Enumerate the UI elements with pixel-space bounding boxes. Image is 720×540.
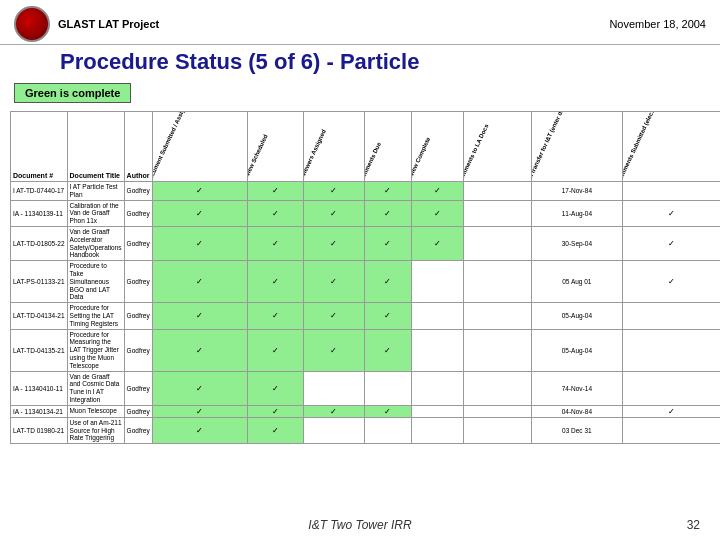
col-r7: Comments Submitted (elec. only)	[623, 112, 720, 182]
cell-check-4: ✓	[411, 200, 464, 226]
cell-date1: 74-Nov-14	[531, 371, 623, 405]
page-title: Procedure Status (5 of 6) - Particle	[60, 49, 419, 74]
col-author: Author	[124, 112, 152, 182]
cell-check-3: ✓	[364, 329, 411, 371]
cell-doc-title: I AT Particle Test Plan	[67, 182, 124, 201]
col-doc-title: Document Title	[67, 112, 124, 182]
cell-check-2: ✓	[303, 226, 364, 260]
cell-check-2: ✓	[303, 405, 364, 417]
cell-check-6: ✓	[623, 200, 720, 226]
cell-check-4: ✓	[411, 226, 464, 260]
cell-check-5	[464, 405, 531, 417]
col-r3: Reviewers Assigned	[303, 112, 364, 182]
cell-check-4	[411, 405, 464, 417]
header: GLAST LAT Project November 18, 2004	[0, 0, 720, 45]
cell-doc-title: Van de Graaff and Cosmic Data Tune in I …	[67, 371, 124, 405]
cell-check-6	[623, 182, 720, 201]
cell-check-3	[364, 417, 411, 443]
cell-doc-num: IA - 11340410-11	[11, 371, 68, 405]
cell-check-2: ✓	[303, 261, 364, 303]
table-body: I AT-TD-07440-17I AT Particle Test PlanG…	[11, 182, 721, 444]
cell-check-0: ✓	[152, 371, 247, 405]
logo-icon	[14, 6, 50, 42]
cell-author: Godfrey	[124, 261, 152, 303]
cell-check-2	[303, 417, 364, 443]
cell-doc-title: Use of an Am-211 Source for High Rate Tr…	[67, 417, 124, 443]
date-label: November 18, 2004	[609, 18, 706, 30]
table-row: LAT-TD-01805-22Van de Graaff Accelerator…	[11, 226, 721, 260]
cell-doc-title: Muon Telescope	[67, 405, 124, 417]
legend-box: Green is complete	[14, 83, 131, 103]
cell-check-1: ✓	[247, 200, 303, 226]
cell-author: Godfrey	[124, 182, 152, 201]
procedure-table: Document # Document Title Author Documen…	[10, 111, 720, 444]
cell-check-6	[623, 417, 720, 443]
cell-date1: 17-Nov-84	[531, 182, 623, 201]
cell-check-3: ✓	[364, 303, 411, 329]
cell-check-5	[464, 261, 531, 303]
cell-check-0: ✓	[152, 329, 247, 371]
cell-check-5	[464, 182, 531, 201]
cell-doc-title: Calibration of the Van de Graaff Phon 11…	[67, 200, 124, 226]
cell-author: Godfrey	[124, 329, 152, 371]
cell-check-4	[411, 371, 464, 405]
cell-check-6: ✓	[623, 226, 720, 260]
cell-check-2: ✓	[303, 182, 364, 201]
cell-date1: 03 Dec 31	[531, 417, 623, 443]
col-r4: Comments Due	[364, 112, 411, 182]
cell-check-6	[623, 303, 720, 329]
footer-page-number: 32	[687, 518, 700, 532]
cell-date1: 11-Aug-04	[531, 200, 623, 226]
cell-check-2: ✓	[303, 303, 364, 329]
cell-doc-num: LAT-TD-04135-21	[11, 329, 68, 371]
cell-check-5	[464, 329, 531, 371]
cell-doc-title: Procedure for Setting the LAT Timing Reg…	[67, 303, 124, 329]
cell-check-6: ✓	[623, 405, 720, 417]
cell-check-6	[623, 371, 720, 405]
table-row: I AT-TD-07440-17I AT Particle Test PlanG…	[11, 182, 721, 201]
table-row: IA - 11340139-11Calibration of the Van d…	[11, 200, 721, 226]
cell-check-3: ✓	[364, 261, 411, 303]
cell-author: Godfrey	[124, 226, 152, 260]
legend-area: Green is complete	[0, 79, 720, 107]
cell-check-1: ✓	[247, 226, 303, 260]
header-left: GLAST LAT Project	[14, 6, 159, 42]
project-name: GLAST LAT Project	[58, 18, 159, 30]
table-row: LAT-TD-04135-21Procedure for Measuring t…	[11, 329, 721, 371]
cell-check-3: ✓	[364, 405, 411, 417]
cell-date1: 05-Aug-04	[531, 303, 623, 329]
cell-check-2: ✓	[303, 329, 364, 371]
page-title-bar: Procedure Status (5 of 6) - Particle	[0, 45, 720, 79]
cell-check-2	[303, 371, 364, 405]
cell-check-4	[411, 303, 464, 329]
cell-doc-num: IA - 11340134-21	[11, 405, 68, 417]
cell-doc-title: Van de Graaff Accelerator Safety/Operati…	[67, 226, 124, 260]
cell-check-1: ✓	[247, 329, 303, 371]
cell-check-1: ✓	[247, 182, 303, 201]
col-doc-num: Document #	[11, 112, 68, 182]
cell-date1: 05 Aug 01	[531, 261, 623, 303]
cell-check-2: ✓	[303, 200, 364, 226]
cell-check-3	[364, 371, 411, 405]
cell-doc-num: I AT-TD-07440-17	[11, 182, 68, 201]
col-r2: Review Scheduled	[247, 112, 303, 182]
cell-check-0: ✓	[152, 417, 247, 443]
cell-check-4	[411, 261, 464, 303]
footer-center-text: I&T Two Tower IRR	[308, 518, 411, 532]
cell-check-6: ✓	[623, 261, 720, 303]
cell-doc-num: LAT-TD 01980-21	[11, 417, 68, 443]
cell-doc-title: Procedure for Measuring the LAT Trigger …	[67, 329, 124, 371]
cell-author: Godfrey	[124, 200, 152, 226]
cell-check-5	[464, 303, 531, 329]
cell-doc-num: IA - 11340139-11	[11, 200, 68, 226]
footer: I&T Two Tower IRR 32	[0, 518, 720, 532]
cell-check-5	[464, 417, 531, 443]
cell-check-0: ✓	[152, 182, 247, 201]
cell-check-1: ✓	[247, 405, 303, 417]
cell-doc-title: Procedure to Take Simultaneous BGO and L…	[67, 261, 124, 303]
col-date1: CM transfer for I&T (enter date)	[531, 112, 623, 182]
cell-doc-num: LAT-PS-01133-21	[11, 261, 68, 303]
cell-doc-num: LAT-TD-01805-22	[11, 226, 68, 260]
cell-author: Godfrey	[124, 417, 152, 443]
cell-check-0: ✓	[152, 200, 247, 226]
